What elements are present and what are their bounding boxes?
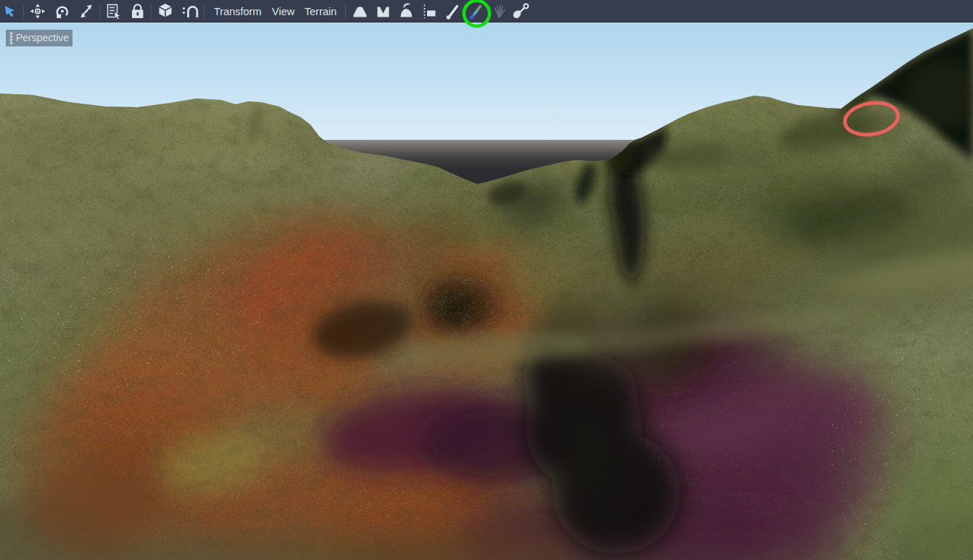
svg-text:View: View (272, 6, 295, 17)
svg-text:Transform: Transform (214, 6, 262, 17)
svg-text:Terrain: Terrain (305, 6, 336, 17)
